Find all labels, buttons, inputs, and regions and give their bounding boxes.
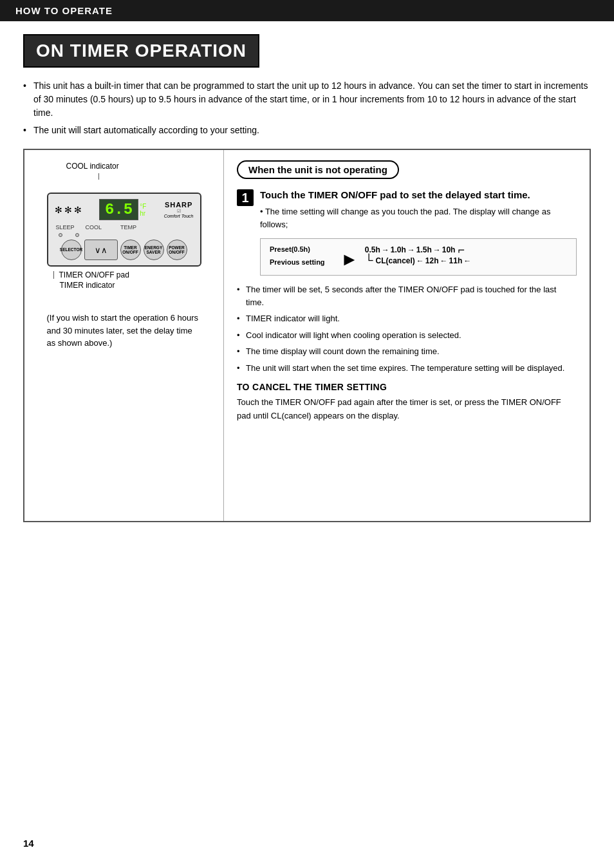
right-bullets: The timer will be set, 5 seconds after t…	[237, 283, 577, 374]
intro-bullets: This unit has a built-in timer that can …	[23, 79, 591, 137]
intro-bullet-1: This unit has a built-in timer that can …	[23, 79, 591, 120]
header-title: HOW TO OPERATE	[15, 5, 113, 16]
display-value: 6.5	[105, 201, 133, 218]
diag-bottom-row: └ CL(cancel) ← 12h ← 11h ←	[365, 256, 472, 265]
step-11h: 11h	[449, 256, 463, 265]
main-box: COOL indicator ✻ ✻ ✻	[23, 149, 591, 522]
arrow-2: →	[407, 245, 415, 254]
snowflake-3: ✻	[74, 205, 82, 215]
energy-saver-label: ENERGY	[145, 245, 162, 250]
sleep-dot	[59, 233, 62, 237]
page-number: 14	[23, 838, 34, 849]
step-1-number: 1	[237, 189, 254, 206]
step-1-row: 1 Touch the TIMER ON/OFF pad to set the …	[237, 188, 577, 231]
device-top-row: ✻ ✻ ✻ 6.5 °F hr	[55, 199, 194, 220]
right-bullet-2: TIMER indicator will light.	[237, 312, 577, 325]
energy-saver-label2: SAVER	[147, 250, 161, 254]
left-panel: COOL indicator ✻ ✻ ✻	[24, 150, 224, 521]
arrow-back-3: ←	[463, 256, 471, 265]
big-right-arrow-icon: ►	[340, 250, 358, 269]
indicator-dots-row	[55, 233, 194, 237]
timer-onoff-pad-label: TIMER ON/OFF pad	[59, 270, 129, 279]
page-header: HOW TO OPERATE	[0, 0, 614, 21]
power-label2: ON/OFF	[169, 250, 185, 254]
timer-indicator-label: TIMER indicator	[60, 281, 115, 290]
right-bullet-1: The timer will be set, 5 seconds after t…	[237, 283, 577, 308]
when-operating-badge: When the unit is not operating	[237, 160, 399, 179]
step-12h: 12h	[425, 256, 439, 265]
page-content: ON TIMER OPERATION This unit has a built…	[0, 21, 614, 535]
brand-area: SHARP ☑ Comfort Touch	[164, 201, 194, 218]
diag-top-row: 0.5h → 1.0h → 1.5h → 10h ⌐	[365, 245, 472, 254]
arrow-3: →	[433, 245, 441, 254]
step-1.0h: 1.0h	[391, 245, 406, 254]
device-buttons-row: SELECTOR ∨ ∧ TIMER ON/OFF ENER	[55, 240, 194, 260]
right-panel: When the unit is not operating 1 Touch t…	[224, 150, 590, 521]
step-cl: CL(cancel)	[375, 256, 414, 265]
cancel-section: TO CANCEL THE TIMER SETTING Touch the TI…	[237, 382, 577, 423]
step-1-sub: • The time setting will change as you to…	[260, 205, 577, 231]
intro-bullet-2: The unit will start automatically accord…	[23, 124, 591, 137]
arrow-back-2: ←	[440, 256, 448, 265]
cancel-text: Touch the TIMER ON/OFF pad again after t…	[237, 396, 577, 423]
preset-label: Preset(0.5h)	[270, 245, 334, 253]
timer-onoff-btn[interactable]: TIMER ON/OFF	[120, 240, 141, 260]
up-arrow-icon: ∧	[101, 245, 107, 255]
label-cool: COOL	[86, 224, 102, 231]
label-temp: TEMP	[120, 224, 136, 231]
display-subscript: hr	[140, 210, 145, 217]
note-text: (If you wish to start the operation 6 ho…	[47, 312, 201, 350]
cool-indicator-label: COOL indicator	[66, 162, 201, 171]
sharp-logo: SHARP	[165, 201, 193, 209]
timer-onoff-label: TIMER	[124, 245, 136, 250]
step-1.5h: 1.5h	[416, 245, 432, 254]
display-superscript: °F	[140, 203, 146, 210]
timer-onoff-label-row: TIMER ON/OFF pad	[53, 270, 129, 279]
device-labels: TIMER ON/OFF pad TIMER indicator	[53, 270, 201, 290]
section-title: ON TIMER OPERATION	[23, 34, 259, 68]
right-bullet-4: The time display will count down the rem…	[237, 345, 577, 358]
prev-label: Previous setting	[270, 258, 334, 266]
selector-label: SELECTOR	[60, 247, 82, 252]
diagram-inner: Preset(0.5h) Previous setting ► 0.5h → 1…	[270, 245, 567, 269]
arrow-1: →	[382, 245, 389, 254]
power-label: POWER	[169, 245, 185, 250]
power-onoff-btn[interactable]: POWER ON/OFF	[167, 240, 187, 260]
cancel-heading: TO CANCEL THE TIMER SETTING	[237, 382, 577, 392]
arrows-btn[interactable]: ∨ ∧	[84, 240, 118, 260]
energy-saver-btn[interactable]: ENERGY SAVER	[144, 240, 164, 260]
snowflake-1: ✻	[55, 205, 62, 215]
right-bullet-3: Cool indicator will light when cooling o…	[237, 329, 577, 342]
selector-btn[interactable]: SELECTOR	[61, 240, 82, 260]
label-sleep: SLEEP	[56, 224, 75, 231]
checkbox-icon: ☑	[177, 209, 181, 214]
right-bullet-5: The unit will start when the set time ex…	[237, 362, 577, 375]
display-area: 6.5 °F hr	[99, 199, 146, 220]
bracket-right: ⌐	[458, 245, 465, 254]
snowflake-icons: ✻ ✻ ✻	[55, 205, 82, 215]
bracket-left: └	[365, 256, 373, 265]
snowflake-2: ✻	[64, 205, 72, 215]
arrow-back-1: ←	[416, 256, 424, 265]
comfort-touch: Comfort Touch	[164, 214, 194, 218]
step-1-title: Touch the TIMER ON/OFF pad to set the de…	[260, 188, 577, 202]
display-box: 6.5	[99, 199, 138, 220]
page-wrapper: HOW TO OPERATE ON TIMER OPERATION This u…	[0, 0, 614, 868]
cool-dot	[75, 233, 79, 237]
timer-onoff-label2: ON/OFF	[122, 250, 138, 254]
display-unit: °F hr	[140, 203, 146, 217]
diag-rows: 0.5h → 1.0h → 1.5h → 10h ⌐	[365, 245, 472, 265]
down-arrow-icon: ∨	[95, 245, 101, 255]
step-1-content: Touch the TIMER ON/OFF pad to set the de…	[260, 188, 577, 231]
device-body: ✻ ✻ ✻ 6.5 °F hr	[47, 193, 201, 267]
diagram-labels: Preset(0.5h) Previous setting	[270, 245, 334, 266]
timer-diagram: Preset(0.5h) Previous setting ► 0.5h → 1…	[260, 238, 577, 276]
step-10h: 10h	[442, 245, 456, 254]
device-container: COOL indicator ✻ ✻ ✻	[47, 162, 201, 290]
device-mid-row: SLEEP COOL TEMP	[55, 224, 194, 231]
